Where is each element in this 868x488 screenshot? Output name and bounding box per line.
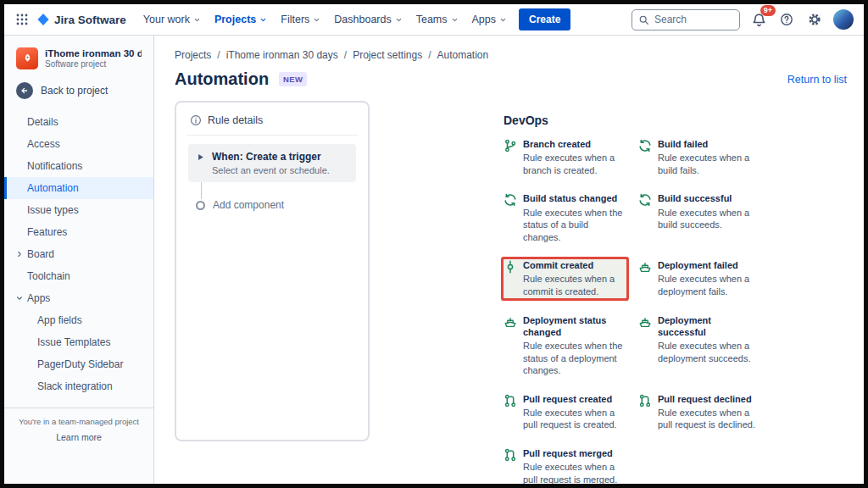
sidebar-item-issue-templates[interactable]: Issue Templates xyxy=(4,331,153,353)
nav-projects[interactable]: Projects xyxy=(208,8,274,30)
info-icon xyxy=(190,114,202,126)
pull-request-icon xyxy=(638,394,652,408)
trigger-pull-request-created[interactable]: Pull request createdRule executes when a… xyxy=(504,393,626,431)
project-settings-sidebar: iThome ironman 30 da... Software project… xyxy=(4,36,154,484)
add-component-circle-icon xyxy=(196,201,205,210)
trigger-grid: Branch createdRule executes when a branc… xyxy=(504,138,761,484)
top-navigation: Jira Software Your work Projects Filters… xyxy=(4,4,864,36)
sidebar-item-details[interactable]: Details xyxy=(4,111,153,133)
chevron-down-icon xyxy=(313,16,320,24)
trigger-list-section: DevOps Branch createdRule executes when … xyxy=(504,101,761,484)
title-row: Automation NEW Return to list xyxy=(175,69,847,89)
nav-apps[interactable]: Apps xyxy=(465,8,515,30)
project-name: iThome ironman 30 da... xyxy=(45,48,142,58)
trigger-pull-request-declined[interactable]: Pull request declinedRule executes when … xyxy=(638,393,761,431)
help-icon[interactable] xyxy=(777,10,796,29)
notifications-icon[interactable]: 9+ xyxy=(749,10,768,29)
main-menu: Your work Projects Filters Dashboards Te… xyxy=(136,8,514,30)
trigger-build-successful[interactable]: Build successfulRule executes when a bui… xyxy=(638,192,761,243)
nav-filters[interactable]: Filters xyxy=(274,8,327,30)
team-managed-note: You're in a team-managed project xyxy=(9,417,148,426)
nav-teams[interactable]: Teams xyxy=(409,8,465,30)
back-to-project[interactable]: Back to project xyxy=(4,78,153,108)
nav-dashboards[interactable]: Dashboards xyxy=(327,8,409,30)
trigger-deployment-successful[interactable]: Deployment successfulRule executes when … xyxy=(638,314,761,377)
rule-details-header: Rule details xyxy=(188,113,356,135)
settings-nav: Details Access Notifications Automation … xyxy=(4,108,153,397)
trigger-commit-created[interactable]: Commit createdRule executes when a commi… xyxy=(504,259,626,297)
sidebar-item-pagerduty-sidebar[interactable]: PagerDuty Sidebar xyxy=(4,353,153,375)
chevron-down-icon xyxy=(14,294,25,302)
user-avatar[interactable] xyxy=(833,9,854,30)
sidebar-item-issue-types[interactable]: Issue types xyxy=(4,199,153,221)
sidebar-item-board[interactable]: Board xyxy=(4,243,153,265)
search-input[interactable] xyxy=(654,14,733,25)
breadcrumb: Projects iThome ironman 30 days Project … xyxy=(175,49,847,61)
build-icon xyxy=(504,193,517,207)
chevron-down-icon xyxy=(499,16,507,24)
play-icon xyxy=(196,152,205,162)
learn-more-link[interactable]: Learn more xyxy=(56,432,102,442)
jira-logo-text: Jira Software xyxy=(54,14,126,26)
rule-connector-line xyxy=(201,182,356,199)
main-content: Projects iThome ironman 30 days Project … xyxy=(154,36,864,484)
trigger-deployment-status-changed[interactable]: Deployment status changedRule executes w… xyxy=(504,314,626,377)
pull-request-icon xyxy=(504,394,517,408)
chevron-down-icon xyxy=(451,16,459,24)
project-header: iThome ironman 30 da... Software project xyxy=(4,46,153,78)
chevron-down-icon xyxy=(395,16,403,24)
return-to-list-link[interactable]: Return to list xyxy=(787,74,847,86)
sidebar-footer: You're in a team-managed project Learn m… xyxy=(4,408,153,451)
when-trigger-item[interactable]: When: Create a trigger Select an event o… xyxy=(188,144,356,182)
sidebar-item-features[interactable]: Features xyxy=(4,221,153,243)
settings-icon[interactable] xyxy=(805,10,824,29)
back-arrow-icon xyxy=(16,82,33,99)
nav-your-work[interactable]: Your work xyxy=(136,8,208,30)
pull-request-icon xyxy=(504,448,517,462)
trigger-branch-created[interactable]: Branch createdRule executes when a branc… xyxy=(504,138,626,176)
breadcrumb-project-settings[interactable]: Project settings xyxy=(338,49,422,61)
add-component[interactable]: Add component xyxy=(188,199,356,211)
sidebar-item-app-fields[interactable]: App fields xyxy=(4,309,153,331)
devops-heading: DevOps xyxy=(504,114,761,127)
chevron-down-icon xyxy=(259,16,267,24)
search-icon xyxy=(638,14,649,25)
notification-badge: 9+ xyxy=(760,5,776,16)
breadcrumb-project-name[interactable]: iThome ironman 30 days xyxy=(211,49,337,61)
project-type: Software project xyxy=(45,59,142,69)
trigger-pull-request-merged[interactable]: Pull request mergedRule executes when a … xyxy=(504,447,626,484)
deployment-icon xyxy=(638,315,652,329)
search-box[interactable] xyxy=(632,9,740,30)
sidebar-item-toolchain[interactable]: Toolchain xyxy=(4,265,153,287)
chevron-right-icon xyxy=(14,250,25,258)
deployment-icon xyxy=(638,260,652,274)
jira-logo-icon xyxy=(36,13,50,26)
sidebar-item-automation[interactable]: Automation xyxy=(4,177,153,199)
trigger-build-failed[interactable]: Build failedRule executes when a build f… xyxy=(638,138,761,176)
rule-builder-card: Rule details When: Create a trigger Sele… xyxy=(175,101,370,441)
jira-logo[interactable]: Jira Software xyxy=(36,13,126,26)
sidebar-item-apps[interactable]: Apps xyxy=(4,287,153,309)
when-title: When: Create a trigger xyxy=(212,151,330,163)
jira-window: Jira Software Your work Projects Filters… xyxy=(0,0,868,488)
new-badge: NEW xyxy=(279,72,307,86)
sidebar-item-access[interactable]: Access xyxy=(4,133,153,155)
create-button[interactable]: Create xyxy=(519,8,570,30)
deployment-icon xyxy=(504,315,517,329)
app-switcher-icon[interactable] xyxy=(11,8,33,30)
commit-icon xyxy=(504,260,517,274)
sidebar-item-slack-integration[interactable]: Slack integration xyxy=(4,375,153,397)
sidebar-item-notifications[interactable]: Notifications xyxy=(4,155,153,177)
breadcrumb-projects[interactable]: Projects xyxy=(175,49,211,61)
branch-icon xyxy=(504,139,517,152)
project-avatar xyxy=(16,47,38,69)
build-icon xyxy=(638,193,652,207)
page-title: Automation xyxy=(175,69,269,89)
breadcrumb-automation[interactable]: Automation xyxy=(422,49,488,61)
chevron-down-icon xyxy=(193,16,201,24)
build-icon xyxy=(638,139,652,152)
when-subtitle: Select an event or schedule. xyxy=(212,165,330,175)
trigger-build-status-changed[interactable]: Build status changedRule executes when t… xyxy=(504,192,626,243)
trigger-deployment-failed[interactable]: Deployment failedRule executes when a de… xyxy=(638,259,761,297)
